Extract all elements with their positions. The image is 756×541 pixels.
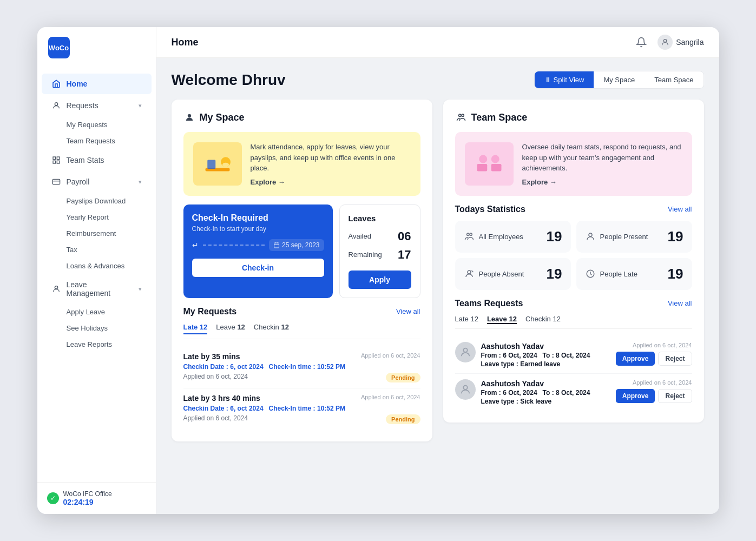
reject-button-2[interactable]: Reject xyxy=(658,389,692,403)
my-space-tab[interactable]: My Space xyxy=(594,71,645,88)
sidebar-item-leave-management-label: Leave Management xyxy=(67,280,133,298)
my-space-card: My Space xyxy=(172,100,432,441)
sidebar-item-leave-reports[interactable]: Leave Reports xyxy=(42,337,152,352)
team-req-info-2: Aashutosh Yadav From : 6 Oct, 2024 To : … xyxy=(481,379,610,405)
request-item: Late by 35 mins Applied on 6 oct, 2024 C… xyxy=(183,347,420,388)
my-space-icon xyxy=(183,111,195,123)
svg-rect-2 xyxy=(57,157,60,160)
my-space-explore[interactable]: Explore → xyxy=(251,178,411,186)
topbar: Home Sangrila xyxy=(156,27,719,58)
my-requests-section: My Requests View all Late 12 Leave xyxy=(183,307,420,430)
svg-rect-23 xyxy=(491,164,501,171)
home-icon xyxy=(51,79,61,89)
sidebar-item-requests-label: Requests xyxy=(67,101,98,110)
payroll-icon xyxy=(51,177,61,187)
team-request-item-2: Aashutosh Yadav From : 6 Oct, 2024 To : … xyxy=(455,374,692,411)
team-req-leave-type-1: Leave type : Earned leave xyxy=(481,360,610,368)
sidebar-item-team-requests[interactable]: Team Requests xyxy=(42,133,152,149)
svg-point-9 xyxy=(188,114,191,117)
filter-tab-checkin[interactable]: Checkin 12 xyxy=(254,323,289,334)
apply-leave-button[interactable]: Apply xyxy=(349,270,411,289)
team-space-icon xyxy=(455,111,467,123)
request-applied-on-1: Applied on 6 oct, 2024 xyxy=(183,373,248,380)
filter-tab-leave[interactable]: Leave 12 xyxy=(216,323,245,334)
sidebar: WoCo Home Requests ▾ My Requests xyxy=(37,27,156,514)
svg-rect-11 xyxy=(207,160,215,169)
sidebar-item-see-holidays[interactable]: See Holidays xyxy=(42,320,152,336)
team-space-explore[interactable]: Explore → xyxy=(522,178,682,186)
sidebar-item-team-stats-label: Team Stats xyxy=(67,156,104,164)
topbar-right: Sangrila xyxy=(634,35,704,50)
sidebar-item-loans-advances[interactable]: Loans & Advances xyxy=(42,258,152,274)
office-name: WoCo IFC Office xyxy=(63,490,112,498)
svg-point-21 xyxy=(491,155,499,163)
filter-tab-late[interactable]: Late 12 xyxy=(183,323,208,334)
reject-button-1[interactable]: Reject xyxy=(658,352,692,366)
app-logo: WoCo xyxy=(48,37,70,58)
svg-point-0 xyxy=(55,103,57,105)
user-badge[interactable]: Sangrila xyxy=(658,35,704,50)
sidebar-item-yearly-report[interactable]: Yearly Report xyxy=(42,209,152,225)
team-req-name-1: Aashutosh Yadav xyxy=(481,342,610,351)
approve-button-2[interactable]: Approve xyxy=(616,389,655,403)
people-absent-label: People Absent xyxy=(479,270,524,278)
avatar-2 xyxy=(455,379,476,400)
split-view-tab[interactable]: ⏸ Split View xyxy=(535,71,594,88)
team-filter-late[interactable]: Late 12 xyxy=(455,315,478,324)
stat-all-employees-label-row: All Employees xyxy=(464,231,523,242)
checkin-time-row: ↵ 25 sep, 2023 xyxy=(192,239,324,251)
leave-availed-num: 06 xyxy=(398,229,411,243)
sidebar-footer: ✓ WoCo IFC Office 02:24:19 xyxy=(37,482,156,514)
stat-people-late-label-row: People Late xyxy=(585,268,637,279)
request-title-2: Late by 3 hrs 40 mins xyxy=(183,394,260,403)
svg-rect-14 xyxy=(274,243,279,248)
teams-requests-view-all[interactable]: View all xyxy=(668,299,692,307)
sidebar-item-team-stats[interactable]: Team Stats xyxy=(42,150,152,170)
payroll-chevron: ▾ xyxy=(139,179,142,186)
checkin-title: Check-In Required xyxy=(192,213,324,223)
request-title-1: Late by 35 mins xyxy=(183,352,240,361)
approve-button-1[interactable]: Approve xyxy=(616,352,655,366)
request-footer-2: Applied on 6 oct, 2024 Pending xyxy=(183,414,420,424)
sidebar-item-tax[interactable]: Tax xyxy=(42,242,152,258)
request-status-2: Pending xyxy=(386,414,420,424)
team-space-tab[interactable]: Team Space xyxy=(645,71,703,88)
user-icon xyxy=(658,35,673,50)
leaves-title: Leaves xyxy=(349,214,411,223)
team-req-name-2: Aashutosh Yadav xyxy=(481,379,610,388)
sidebar-item-reimbursement[interactable]: Reimbursement xyxy=(42,226,152,241)
svg-point-24 xyxy=(466,233,469,236)
my-requests-filter-tabs: Late 12 Leave 12 Checkin 12 xyxy=(183,323,420,339)
svg-point-19 xyxy=(461,114,464,117)
checkin-button[interactable]: Check-in xyxy=(192,259,324,277)
svg-point-30 xyxy=(463,348,467,352)
request-applied-1: Applied on 6 oct, 2024 xyxy=(361,352,420,359)
team-space-illustration xyxy=(465,142,514,186)
sidebar-item-apply-leave[interactable]: Apply Leave xyxy=(42,304,152,320)
welcome-title: Welcome Dhruv xyxy=(172,71,286,89)
my-space-banner: Mark attendance, apply for leaves, view … xyxy=(183,132,420,196)
sidebar-nav: Home Requests ▾ My Requests Team Request… xyxy=(37,68,156,482)
request-detail-1: Checkin Date : 6, oct 2024 Check-In time… xyxy=(183,363,420,371)
stat-all-employees: All Employees 19 xyxy=(455,221,571,253)
svg-point-26 xyxy=(589,233,592,236)
sidebar-item-leave-management[interactable]: Leave Management ▾ xyxy=(42,275,152,303)
team-filter-leave[interactable]: Leave 12 xyxy=(487,315,517,324)
bell-icon[interactable] xyxy=(634,35,649,50)
svg-point-7 xyxy=(55,286,57,289)
my-requests-view-all[interactable]: View all xyxy=(396,307,420,315)
svg-point-20 xyxy=(479,155,487,163)
team-filter-checkin[interactable]: Checkin 12 xyxy=(525,315,561,324)
svg-point-27 xyxy=(468,270,471,274)
sidebar-item-my-requests[interactable]: My Requests xyxy=(42,117,152,133)
team-req-applied-2: Applied on 6 oct, 2024 xyxy=(616,379,692,386)
sidebar-item-home[interactable]: Home xyxy=(42,74,152,94)
sidebar-item-payroll[interactable]: Payroll ▾ xyxy=(42,171,152,192)
sidebar-item-requests[interactable]: Requests ▾ xyxy=(42,95,152,116)
todays-stats-title: Todays Statistics xyxy=(455,204,525,214)
stat-people-absent-label-row: People Absent xyxy=(464,268,524,279)
todays-stats-view-all[interactable]: View all xyxy=(668,205,692,213)
all-employees-label: All Employees xyxy=(479,233,523,241)
stat-people-late: People Late 19 xyxy=(576,258,692,290)
sidebar-item-payslips-download[interactable]: Payslips Download xyxy=(42,193,152,209)
